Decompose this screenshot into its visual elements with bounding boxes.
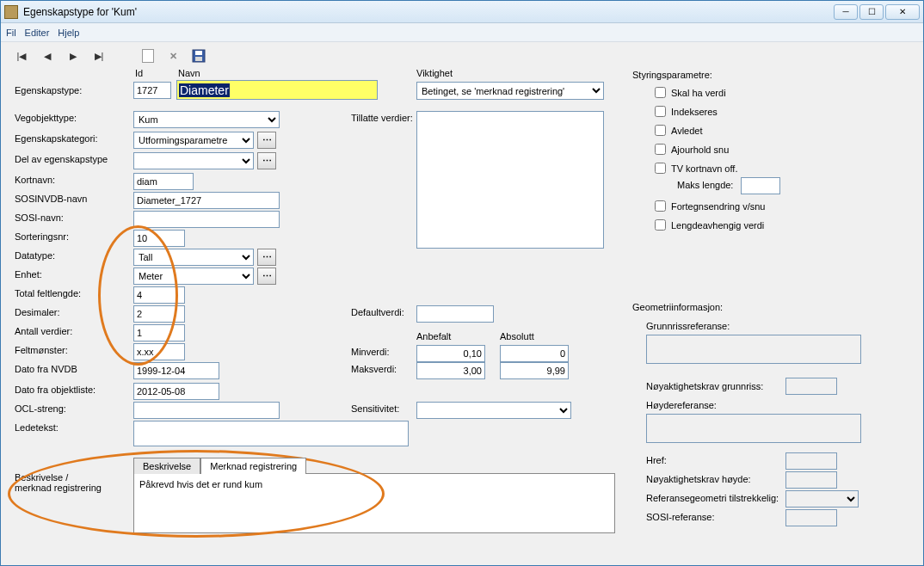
- sosi-navn-label: SOSI-navn:: [15, 212, 64, 223]
- lengdeavh-checkbox[interactable]: [655, 219, 666, 231]
- id-label: Id: [135, 68, 143, 78]
- ledetekst-label: Ledetekst:: [15, 422, 59, 433]
- grunnriss-field: [646, 335, 861, 364]
- styrings-label: Styringsparametre:: [632, 70, 712, 80]
- antall-verdier-label: Antall verdier:: [15, 326, 72, 336]
- defaultverdi-field[interactable]: [416, 305, 494, 323]
- delete-icon[interactable]: ✕: [166, 49, 180, 63]
- feltmonster-label: Feltmønster:: [15, 345, 68, 355]
- del-av-select[interactable]: [133, 152, 254, 169]
- refgeom-label: Referansegeometri tilstrekkelig:: [646, 493, 779, 503]
- menu-fil[interactable]: Fil: [6, 28, 16, 38]
- noyak-hoyde-field: [785, 471, 837, 489]
- del-av-more-button[interactable]: ⋯: [257, 152, 276, 169]
- enhet-select[interactable]: Meter: [133, 268, 254, 285]
- ledetekst-field[interactable]: [133, 421, 409, 446]
- app-icon: [4, 5, 18, 19]
- navn-field[interactable]: Diameter: [176, 80, 378, 100]
- del-av-label: Del av egenskapstype: [15, 154, 108, 164]
- min-anbefalt-field[interactable]: [416, 345, 485, 362]
- hoyderef-label: Høydereferanse:: [646, 400, 717, 410]
- sosi-ref-label: SOSI-referanse:: [646, 512, 714, 522]
- new-icon[interactable]: [142, 49, 154, 63]
- refgeom-select[interactable]: [785, 490, 859, 508]
- tab-beskrivelse[interactable]: Beskrivelse: [133, 458, 200, 474]
- sorteringsnr-field[interactable]: [133, 230, 185, 247]
- ajourhold-label: Ajourhold snu: [671, 145, 729, 155]
- noyak-grunn-field: [785, 378, 837, 395]
- href-label: Href:: [646, 455, 667, 465]
- kortnavn-label: Kortnavn:: [15, 175, 55, 185]
- indekseres-checkbox[interactable]: [655, 106, 666, 117]
- avledet-checkbox[interactable]: [655, 125, 666, 136]
- vegobjekttype-select[interactable]: Kum: [133, 111, 280, 128]
- tv-kortnavn-label: TV kortnavn off.: [671, 163, 737, 174]
- menu-hjelp[interactable]: Hjelp: [58, 28, 79, 38]
- fortegn-label: Fortegnsendring v/snu: [671, 201, 765, 212]
- anbefalt-label: Anbefalt: [416, 331, 451, 341]
- skal-ha-verdi-checkbox[interactable]: [655, 87, 666, 98]
- tillatte-verdier-list[interactable]: [416, 111, 604, 249]
- maks-absolutt-field[interactable]: [500, 362, 569, 379]
- antall-verdier-field[interactable]: [133, 324, 185, 341]
- ajourhold-checkbox[interactable]: [655, 144, 666, 155]
- avledet-label: Avledet: [671, 126, 703, 136]
- minimize-button[interactable]: ─: [834, 4, 858, 20]
- viktighet-select[interactable]: Betinget, se 'merknad registrering': [416, 82, 604, 100]
- egenskapskategori-more-button[interactable]: ⋯: [257, 132, 276, 149]
- svg-rect-1: [195, 51, 202, 55]
- feltmonster-field[interactable]: [133, 343, 185, 360]
- window-title: Egenskapstype for 'Kum': [23, 6, 834, 18]
- datatype-more-button[interactable]: ⋯: [257, 249, 276, 266]
- maks-anbefalt-field[interactable]: [416, 362, 485, 379]
- navn-label: Navn: [178, 68, 200, 78]
- minverdi-label: Minverdi:: [351, 347, 390, 357]
- egenskapskategori-select[interactable]: Utformingsparametre: [133, 132, 254, 149]
- sosinvdb-field[interactable]: [133, 192, 280, 209]
- total-feltlengde-field[interactable]: [133, 286, 185, 304]
- min-absolutt-field[interactable]: [500, 345, 569, 362]
- absolutt-label: Absolutt: [500, 331, 534, 341]
- enhet-more-button[interactable]: ⋯: [257, 268, 276, 285]
- egenskapskategori-label: Egenskapskategori:: [15, 133, 98, 144]
- nav-next-icon[interactable]: ▶: [66, 49, 80, 63]
- kortnavn-field[interactable]: [133, 173, 194, 190]
- vegobjekttype-label: Vegobjekttype:: [15, 113, 77, 123]
- menu-editer[interactable]: Editer: [25, 28, 50, 38]
- fortegn-checkbox[interactable]: [655, 200, 666, 212]
- lengdeavh-label: Lengdeavhengig verdi: [671, 220, 764, 231]
- tab-merknad-registrering[interactable]: Merknad registrering: [200, 458, 306, 474]
- enhet-label: Enhet:: [15, 269, 42, 280]
- dato-nvdb-field[interactable]: [133, 362, 219, 379]
- datatype-select[interactable]: Tall: [133, 249, 254, 266]
- ocl-field[interactable]: [133, 402, 280, 419]
- merknad-textarea[interactable]: Påkrevd hvis det er rund kum: [133, 473, 615, 533]
- skal-ha-verdi-label: Skal ha verdi: [671, 88, 726, 98]
- tv-kortnavn-checkbox[interactable]: [655, 163, 666, 174]
- noyak-hoyde-label: Nøyaktighetskrav høyde:: [646, 474, 751, 484]
- nav-first-icon[interactable]: |◀: [15, 49, 28, 63]
- id-field[interactable]: [133, 82, 171, 99]
- sosinvdb-label: SOSINVDB-navn: [15, 194, 87, 204]
- sensitivitet-select[interactable]: [416, 402, 571, 419]
- nav-prev-icon[interactable]: ◀: [40, 49, 54, 63]
- maximize-button[interactable]: ☐: [859, 4, 884, 20]
- egenskapstype-label: Egenskapstype:: [15, 85, 82, 95]
- nav-last-icon[interactable]: ▶|: [92, 49, 106, 63]
- viktighet-label: Viktighet: [416, 68, 453, 78]
- desimaler-label: Desimaler:: [15, 307, 60, 317]
- maks-lengde-field[interactable]: [741, 177, 780, 194]
- hoyderef-field: [646, 414, 861, 443]
- close-button[interactable]: ✕: [885, 4, 920, 20]
- ocl-label: OCL-streng:: [15, 403, 66, 414]
- svg-rect-2: [195, 57, 202, 61]
- href-field: [785, 452, 837, 470]
- dato-objliste-field[interactable]: [133, 383, 219, 400]
- save-icon[interactable]: [192, 49, 206, 63]
- defaultverdi-label: Defaultverdi:: [351, 307, 404, 317]
- sosi-navn-field[interactable]: [133, 211, 280, 228]
- total-feltlengde-label: Total feltlengde:: [15, 288, 81, 298]
- indekseres-label: Indekseres: [671, 107, 718, 117]
- desimaler-field[interactable]: [133, 305, 185, 323]
- tillatte-verdier-label: Tillatte verdier:: [351, 113, 413, 123]
